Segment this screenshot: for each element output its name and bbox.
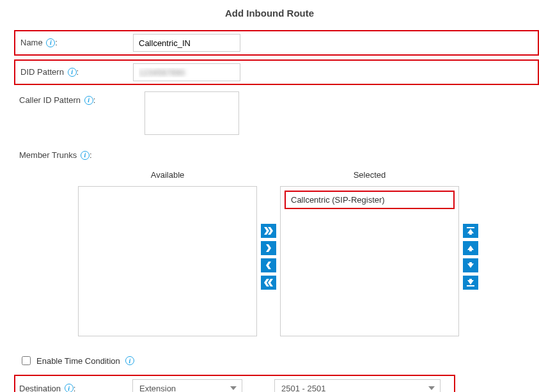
time-condition-row: Enable Time Condition i bbox=[14, 349, 539, 375]
info-icon[interactable]: i bbox=[46, 38, 55, 47]
move-up-button[interactable] bbox=[463, 241, 478, 255]
info-icon[interactable]: i bbox=[68, 68, 77, 77]
did-row: DID Pattern i: bbox=[14, 59, 539, 85]
move-top-button[interactable] bbox=[463, 224, 478, 238]
move-all-right-button[interactable] bbox=[261, 224, 276, 238]
destination-target-value: 2501 - 2501 bbox=[281, 384, 325, 393]
member-trunks-label-text: Member Trunks bbox=[19, 150, 77, 160]
page-title: Add Inbound Route bbox=[0, 0, 539, 30]
selected-column: Selected Callcentric (SIP-Register) bbox=[280, 166, 459, 336]
dual-list: Available Selected Callcentric (SIP-Regi… bbox=[78, 166, 539, 336]
did-input[interactable] bbox=[133, 63, 240, 81]
destination-label-text: Destination bbox=[19, 384, 61, 393]
name-label-text: Name bbox=[20, 38, 43, 47]
name-row: Name i: bbox=[14, 30, 539, 56]
available-column: Available bbox=[78, 166, 257, 336]
destination-row: Destination i: Extension 2501 - 2501 bbox=[14, 375, 455, 392]
move-left-button[interactable] bbox=[261, 258, 276, 272]
info-icon[interactable]: i bbox=[81, 151, 90, 160]
selected-header: Selected bbox=[354, 166, 386, 186]
svg-rect-0 bbox=[467, 227, 474, 228]
move-all-left-button[interactable] bbox=[261, 276, 276, 290]
selected-list[interactable]: Callcentric (SIP-Register) bbox=[280, 186, 459, 336]
caller-id-input[interactable] bbox=[145, 91, 239, 135]
sort-buttons bbox=[459, 166, 478, 290]
caller-id-row: Caller ID Pattern i: bbox=[14, 89, 539, 137]
info-icon[interactable]: i bbox=[65, 384, 74, 392]
info-icon[interactable]: i bbox=[84, 96, 93, 105]
member-trunks-label: Member Trunks i: bbox=[14, 141, 539, 166]
move-down-button[interactable] bbox=[463, 258, 478, 272]
name-label: Name i: bbox=[15, 31, 130, 54]
chevron-down-icon bbox=[428, 386, 435, 390]
did-label: DID Pattern i: bbox=[15, 61, 130, 83]
svg-rect-1 bbox=[467, 285, 474, 286]
caller-id-label-text: Caller ID Pattern bbox=[19, 95, 81, 105]
available-header: Available bbox=[151, 166, 185, 186]
time-condition-checkbox[interactable] bbox=[22, 356, 31, 365]
move-buttons bbox=[257, 166, 280, 290]
caller-id-label: Caller ID Pattern i: bbox=[14, 89, 129, 111]
destination-type-value: Extension bbox=[139, 384, 176, 393]
info-icon[interactable]: i bbox=[125, 356, 134, 365]
destination-target-select[interactable]: 2501 - 2501 bbox=[274, 379, 441, 392]
available-list[interactable] bbox=[78, 186, 257, 336]
list-item[interactable]: Callcentric (SIP-Register) bbox=[285, 191, 455, 209]
move-bottom-button[interactable] bbox=[463, 276, 478, 290]
destination-label: Destination i: bbox=[19, 384, 132, 393]
time-condition-label: Enable Time Condition bbox=[36, 356, 120, 366]
destination-type-select[interactable]: Extension bbox=[132, 379, 242, 392]
move-right-button[interactable] bbox=[261, 241, 276, 255]
chevron-down-icon bbox=[230, 386, 237, 390]
name-input[interactable] bbox=[133, 34, 240, 52]
did-label-text: DID Pattern bbox=[20, 67, 64, 77]
